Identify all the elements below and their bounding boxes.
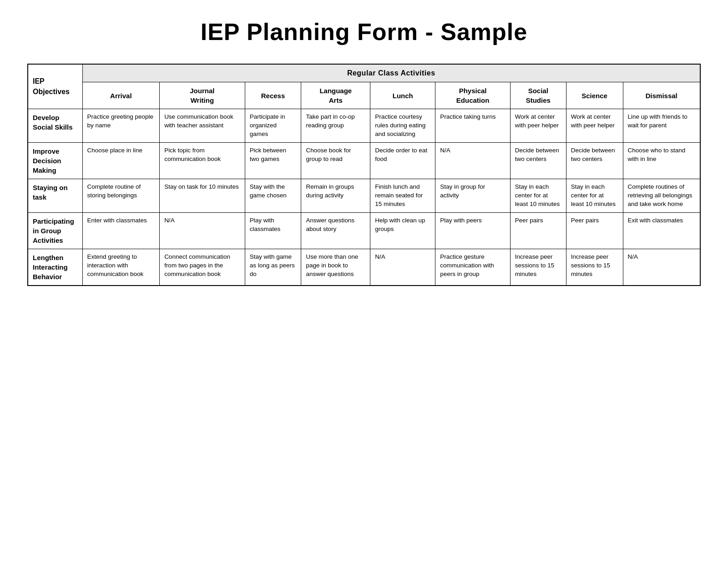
table-row: Lengthen Interacting BehaviorExtend gree… [28, 249, 700, 286]
cell-r3-c2: Play with classmates [245, 212, 301, 249]
cell-r3-c8: Exit with classmates [623, 212, 700, 249]
cell-r0-c6: Work at center with peer helper [510, 109, 566, 143]
cell-r0-c0: Practice greeting people by name [82, 109, 160, 143]
table-wrapper: IEP Objectives Regular Class Activities … [27, 64, 701, 286]
cell-r3-c6: Peer pairs [510, 212, 566, 249]
cell-r4-c2: Stay with game as long as peers do [245, 249, 301, 286]
cell-r0-c2: Participate in organized games [245, 109, 301, 143]
page-title: IEP Planning Form - Sample [27, 18, 701, 45]
table-row: Staying on taskComplete routine of stori… [28, 179, 700, 213]
cell-r2-c1: Stay on task for 10 minutes [160, 179, 245, 213]
table-row: Improve Decision MakingChoose place in l… [28, 143, 700, 179]
col-science: Science [566, 82, 623, 109]
cell-r4-c4: N/A [370, 249, 435, 286]
cell-r2-c8: Complete routines of retrieving all belo… [623, 179, 700, 213]
objective-4: Lengthen Interacting Behavior [28, 249, 82, 286]
cell-r4-c7: Increase peer sessions to 15 minutes [566, 249, 623, 286]
cell-r0-c7: Work at center with peer helper [566, 109, 623, 143]
cell-r2-c3: Remain in groups during activity [301, 179, 370, 213]
cell-r0-c4: Practice courtesy rules during eating an… [370, 109, 435, 143]
cell-r4-c8: N/A [623, 249, 700, 286]
cell-r1-c2: Pick between two games [245, 143, 301, 179]
regular-class-activities-header: Regular Class Activities [82, 64, 700, 82]
cell-r0-c8: Line up with friends to wait for parent [623, 109, 700, 143]
cell-r1-c4: Decide order to eat food [370, 143, 435, 179]
iep-objectives-header: IEP Objectives [28, 64, 82, 109]
objective-2: Staying on task [28, 179, 82, 213]
cell-r4-c6: Increase peer sessions to 15 minutes [510, 249, 566, 286]
cell-r2-c4: Finish lunch and remain seated for 15 mi… [370, 179, 435, 213]
cell-r1-c0: Choose place in line [82, 143, 160, 179]
cell-r2-c0: Complete routine of storing belongings [82, 179, 160, 213]
cell-r0-c1: Use communication book with teacher assi… [160, 109, 245, 143]
cell-r2-c2: Stay with the game chosen [245, 179, 301, 213]
col-recess: Recess [245, 82, 301, 109]
cell-r2-c5: Stay in group for activity [435, 179, 511, 213]
table-row: Develop Social SkillsPractice greeting p… [28, 109, 700, 143]
cell-r2-c6: Stay in each center for at least 10 minu… [510, 179, 566, 213]
cell-r4-c5: Practice gesture communication with peer… [435, 249, 511, 286]
objective-1: Improve Decision Making [28, 143, 82, 179]
objective-3: Participating in Group Activities [28, 212, 82, 249]
col-lunch: Lunch [370, 82, 435, 109]
cell-r4-c1: Connect communication from two pages in … [160, 249, 245, 286]
objective-0: Develop Social Skills [28, 109, 82, 143]
col-physical-education: Physical Education [435, 82, 511, 109]
iep-table: IEP Objectives Regular Class Activities … [27, 64, 701, 286]
cell-r0-c3: Take part in co-op reading group [301, 109, 370, 143]
col-social-studies: Social Studies [510, 82, 566, 109]
table-row: Participating in Group ActivitiesEnter w… [28, 212, 700, 249]
cell-r4-c3: Use more than one page in book to answer… [301, 249, 370, 286]
cell-r0-c5: Practice taking turns [435, 109, 511, 143]
cell-r1-c5: N/A [435, 143, 511, 179]
col-journal: Journal Writing [160, 82, 245, 109]
col-arrival: Arrival [82, 82, 160, 109]
cell-r1-c3: Choose book for group to read [301, 143, 370, 179]
col-dismissal: Dismissal [623, 82, 700, 109]
col-language-arts: Language Arts [301, 82, 370, 109]
cell-r1-c6: Decide between two centers [510, 143, 566, 179]
cell-r3-c5: Play with peers [435, 212, 511, 249]
cell-r3-c1: N/A [160, 212, 245, 249]
cell-r2-c7: Stay in each center for at least 10 minu… [566, 179, 623, 213]
cell-r1-c7: Decide between two centers [566, 143, 623, 179]
cell-r4-c0: Extend greeting to interaction with comm… [82, 249, 160, 286]
cell-r3-c3: Answer questions about story [301, 212, 370, 249]
cell-r1-c1: Pick topic from communication book [160, 143, 245, 179]
cell-r1-c8: Choose who to stand with in line [623, 143, 700, 179]
cell-r3-c4: Help with clean up groups [370, 212, 435, 249]
cell-r3-c0: Enter with classmates [82, 212, 160, 249]
cell-r3-c7: Peer pairs [566, 212, 623, 249]
